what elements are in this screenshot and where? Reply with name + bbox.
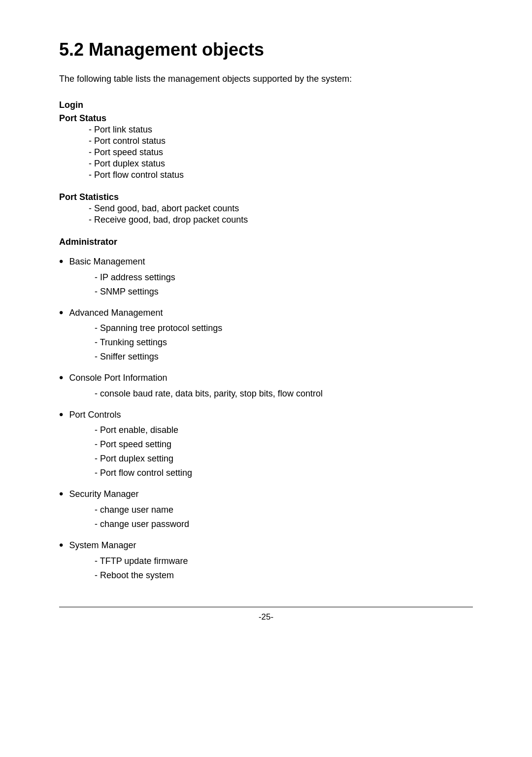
- bullet-row: • System Manager: [59, 539, 473, 554]
- port-status-label: Port Status: [59, 113, 473, 124]
- bullet-row: • Port Controls: [59, 408, 473, 423]
- bullet-dot: •: [59, 369, 63, 386]
- sub-list: Spanning tree protocol settings Trunking…: [59, 322, 473, 364]
- list-item: Port speed status: [89, 147, 473, 158]
- list-item: Port enable, disable: [95, 424, 473, 437]
- list-item: Port flow control status: [89, 170, 473, 180]
- list-item: Trunking settings: [95, 336, 473, 349]
- list-item: • Security Manager change user name chan…: [59, 488, 473, 532]
- port-status-list: Port link status Port control status Por…: [59, 125, 473, 180]
- port-status-section: Port Status Port link status Port contro…: [59, 113, 473, 180]
- bullet-row: • Basic Management: [59, 255, 473, 270]
- list-item: • Basic Management IP address settings S…: [59, 255, 473, 299]
- bullet-label: Basic Management: [69, 255, 145, 268]
- list-item: Port link status: [89, 125, 473, 135]
- intro-text: The following table lists the management…: [59, 74, 473, 84]
- administrator-section: Administrator: [59, 237, 473, 247]
- bullet-dot: •: [59, 304, 63, 321]
- bullet-dot: •: [59, 253, 63, 270]
- list-item: Port duplex setting: [95, 452, 473, 465]
- bullet-label: Port Controls: [69, 408, 121, 422]
- bullet-label: System Manager: [69, 539, 136, 552]
- port-statistics-section: Port Statistics Send good, bad, abort pa…: [59, 192, 473, 225]
- bullet-row: • Security Manager: [59, 488, 473, 502]
- list-item: change user password: [95, 518, 473, 531]
- list-item: • Console Port Information console baud …: [59, 371, 473, 401]
- list-item: • System Manager TFTP update firmware Re…: [59, 539, 473, 583]
- bullet-label: Console Port Information: [69, 371, 167, 385]
- list-item: Spanning tree protocol settings: [95, 322, 473, 335]
- port-statistics-label: Port Statistics: [59, 192, 473, 202]
- list-item: Receive good, bad, drop packet counts: [89, 215, 473, 225]
- login-section: Login: [59, 100, 473, 110]
- page-title: 5.2 Management objects: [59, 39, 473, 60]
- sub-list: console baud rate, data bits, parity, st…: [59, 387, 473, 401]
- list-item: Sniffer settings: [95, 350, 473, 363]
- list-item: Port duplex status: [89, 159, 473, 169]
- list-item: IP address settings: [95, 271, 473, 284]
- list-item: console baud rate, data bits, parity, st…: [95, 387, 473, 400]
- sub-list: Port enable, disable Port speed setting …: [59, 424, 473, 481]
- administrator-label: Administrator: [59, 237, 473, 247]
- sub-list: IP address settings SNMP settings: [59, 271, 473, 299]
- bullet-dot: •: [59, 486, 63, 502]
- sub-list: TFTP update firmware Reboot the system: [59, 555, 473, 583]
- list-item: SNMP settings: [95, 285, 473, 298]
- bullet-row: • Advanced Management: [59, 306, 473, 321]
- list-item: Port control status: [89, 136, 473, 146]
- bullet-dot: •: [59, 406, 63, 423]
- bullet-row: • Console Port Information: [59, 371, 473, 386]
- list-item: Port flow control setting: [95, 466, 473, 480]
- bullet-label: Advanced Management: [69, 306, 163, 320]
- sub-list: change user name change user password: [59, 503, 473, 532]
- list-item: change user name: [95, 503, 473, 517]
- list-item: TFTP update firmware: [95, 555, 473, 568]
- port-statistics-list: Send good, bad, abort packet counts Rece…: [59, 203, 473, 225]
- list-item: Send good, bad, abort packet counts: [89, 203, 473, 214]
- bullet-dot: •: [59, 537, 63, 554]
- list-item: • Port Controls Port enable, disable Por…: [59, 408, 473, 481]
- login-label: Login: [59, 100, 473, 110]
- footer: -25-: [59, 607, 473, 622]
- admin-bullet-list: • Basic Management IP address settings S…: [59, 255, 473, 583]
- list-item: Port speed setting: [95, 438, 473, 451]
- page-number: -25-: [259, 612, 273, 622]
- bullet-label: Security Manager: [69, 488, 138, 501]
- list-item: Reboot the system: [95, 569, 473, 582]
- list-item: • Advanced Management Spanning tree prot…: [59, 306, 473, 365]
